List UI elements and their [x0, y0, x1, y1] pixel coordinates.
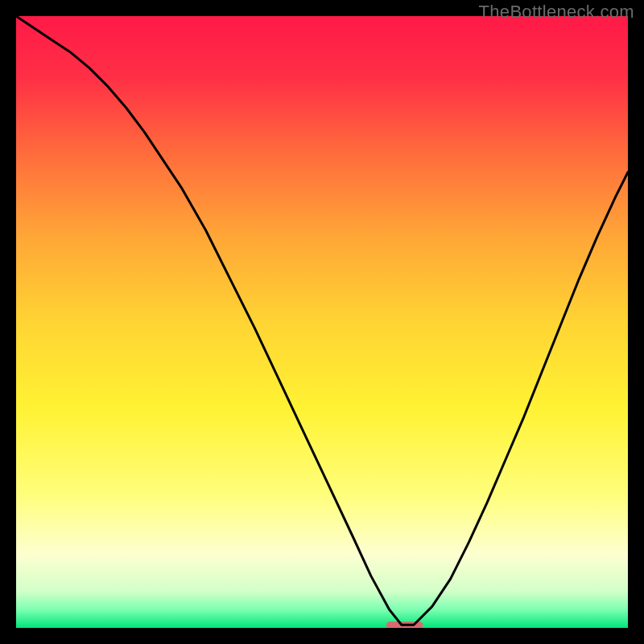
watermark-text: TheBottleneck.com	[479, 2, 634, 23]
bottleneck-chart	[16, 16, 628, 628]
gradient-background	[16, 16, 628, 628]
plot-area	[16, 16, 628, 628]
chart-frame: TheBottleneck.com	[0, 0, 644, 644]
